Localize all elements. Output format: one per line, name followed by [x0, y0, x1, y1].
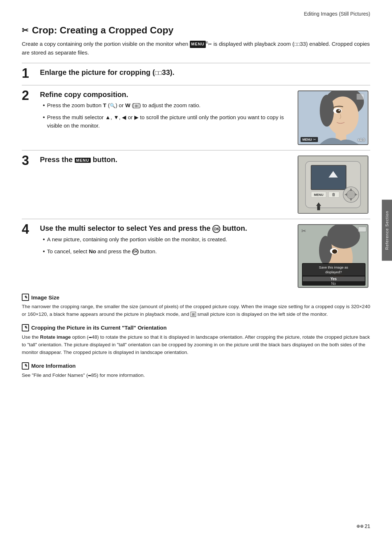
note-image-size-title-text: Image Size: [31, 294, 60, 301]
step-4-left: Use the multi selector to select Yes and…: [40, 224, 290, 259]
note-image-size-icon: ✎: [22, 294, 29, 301]
svg-text:displayed?: displayed?: [325, 270, 342, 274]
step-2-bullet-2: Press the multi selector ▲, ▼, ◀ or ▶ to…: [43, 113, 292, 130]
title-text: Crop: Creating a Cropped Copy: [32, 25, 173, 36]
step-2-bullet-1-text: Press the zoom button T (🔍) or W (⊞) to …: [47, 101, 201, 109]
page-title: ✂ Crop: Creating a Cropped Copy: [22, 25, 370, 36]
note-more-info-title-text: More Information: [31, 363, 76, 369]
camera-buttons-svg: MENU 🗑: [298, 156, 368, 214]
step-1-heading: Enlarge the picture for cropping (□□33).: [40, 68, 370, 77]
face-svg: [298, 91, 368, 144]
step-1-number: 1: [22, 67, 40, 80]
step-4-bullet-2: To cancel, select No and press the OK bu…: [43, 247, 290, 256]
step-2-image: MENU ✂ ×4.0: [298, 90, 370, 145]
step-2-bullets: Press the zoom button T (🔍) or W (⊞) to …: [40, 101, 292, 130]
note-more-info-icon: ✎: [22, 362, 29, 370]
header-text: Editing Images (Still Pictures): [304, 11, 370, 17]
note-more-info: ✎ More Information See "File and Folder …: [22, 362, 370, 379]
note-tall-icon: ✎: [22, 324, 29, 331]
svg-text:🗑: 🗑: [332, 192, 336, 197]
zoom-indicator: ×4.0: [358, 138, 365, 142]
step-3-heading: Press the MENU button.: [40, 156, 292, 164]
divider-4: [22, 219, 370, 219]
svg-text:MENU: MENU: [314, 193, 323, 197]
svg-rect-34: [358, 227, 366, 232]
step-4-heading: Use the multi selector to select Yes and…: [40, 224, 290, 233]
crop-symbol-small: ✂: [313, 138, 316, 141]
step-3-menu-badge: MENU: [75, 158, 91, 163]
page-container: Editing Images (Still Pictures) ✂ Crop: …: [0, 0, 392, 540]
step-4-content: Use the multi selector to select Yes and…: [40, 224, 370, 288]
step-4-bullets: A new picture, containing only the porti…: [40, 235, 290, 256]
intro-text: Create a copy containing only the portio…: [22, 40, 370, 57]
step-4-number: 4: [22, 223, 40, 236]
step-2-layout: Refine copy composition. Press the zoom …: [40, 90, 370, 145]
reference-tab: Reference Section: [382, 200, 392, 261]
step-1: 1 Enlarge the picture for cropping (□□33…: [22, 68, 370, 80]
step-2-heading: Refine copy composition.: [40, 90, 292, 99]
svg-text:Save this image as: Save this image as: [319, 265, 348, 269]
svg-rect-12: [311, 166, 346, 189]
step-4-image: ✂ Save this image as displayed? Yes: [298, 224, 370, 288]
step-2-number: 2: [22, 89, 40, 102]
divider-1: [22, 63, 370, 63]
step-4-layout: Use the multi selector to select Yes and…: [40, 224, 370, 288]
camera-dialog-display: ✂ Save this image as displayed? Yes: [298, 224, 368, 288]
menu-indicator-text: MENU: [302, 138, 312, 141]
camera-display-1: MENU ✂ ×4.0: [298, 90, 368, 145]
step-2-text: Refine copy composition. Press the zoom …: [40, 90, 292, 133]
step-2-content: Refine copy composition. Press the zoom …: [40, 90, 370, 145]
note-tall-text: Use the Rotate image option (➡48) to rot…: [22, 334, 370, 356]
note-tall-title: ✎ Cropping the Picture in its Current "T…: [22, 324, 370, 331]
step-3-content: Press the MENU button.: [40, 156, 370, 214]
step-2-bullet-2-text: Press the multi selector ▲, ▼, ◀ or ▶ to…: [47, 113, 292, 130]
menu-indicator: MENU ✂: [301, 137, 318, 142]
step-4-bullet-1-text: A new picture, containing only the porti…: [47, 235, 227, 243]
ok-button-icon-small: OK: [132, 249, 139, 255]
page-number: 21: [364, 523, 370, 529]
page-header: Editing Images (Still Pictures): [22, 11, 370, 18]
svg-rect-25: [317, 206, 320, 210]
svg-point-5: [336, 109, 341, 113]
note-image-size-title: ✎ Image Size: [22, 294, 370, 301]
step-4-bullet-2-text: To cancel, select No and press the OK bu…: [47, 247, 157, 255]
note-more-info-text: See "File and Folder Names" (➡85) for mo…: [22, 372, 370, 379]
step-3-number: 3: [22, 154, 40, 167]
step-2: 2 Refine copy composition. Press the zoo…: [22, 90, 370, 145]
step-1-content: Enlarge the picture for cropping (□□33).: [40, 68, 370, 79]
note-tall-orientation: ✎ Cropping the Picture in its Current "T…: [22, 324, 370, 356]
step-3-layout: Press the MENU button.: [40, 156, 370, 214]
step-3-image: MENU 🗑: [298, 156, 370, 214]
title-section: ✂ Crop: Creating a Cropped Copy Create a…: [22, 25, 370, 57]
step-2-bullet-1: Press the zoom button T (🔍) or W (⊞) to …: [43, 101, 292, 110]
note-image-size-text: The narrower the cropping range, the sma…: [22, 303, 370, 318]
reference-tab-text: Reference Section: [385, 211, 389, 250]
camera-dialog-svg: ✂ Save this image as displayed? Yes: [298, 225, 368, 288]
menu-badge: MENU: [190, 41, 206, 48]
svg-point-19: [347, 190, 355, 199]
svg-text:No: No: [331, 282, 336, 286]
camera-buttons-display: MENU 🗑: [298, 156, 368, 214]
svg-point-3: [320, 95, 334, 127]
svg-text:Yes: Yes: [330, 277, 337, 281]
note-more-info-title: ✎ More Information: [22, 362, 370, 370]
note-image-size: ✎ Image Size The narrower the cropping r…: [22, 294, 370, 318]
step-4-bullet-1: A new picture, containing only the porti…: [43, 235, 290, 244]
footer-icon: ⊕⊕: [356, 524, 364, 529]
step-3: 3 Press the MENU button.: [22, 156, 370, 214]
divider-2: [22, 85, 370, 85]
svg-text:✂: ✂: [301, 228, 306, 234]
step-4: 4 Use the multi selector to select Yes a…: [22, 224, 370, 288]
note-tall-title-text: Cropping the Picture in its Current "Tal…: [31, 325, 167, 331]
page-footer: ⊕⊕ 21: [356, 523, 370, 529]
svg-rect-8: [357, 94, 364, 100]
divider-3: [22, 150, 370, 150]
svg-point-32: [332, 249, 337, 254]
ok-button-icon: OK: [212, 225, 220, 233]
svg-point-6: [339, 110, 340, 111]
crop-icon: ✂: [22, 26, 28, 35]
step-3-text: Press the MENU button.: [40, 156, 292, 166]
